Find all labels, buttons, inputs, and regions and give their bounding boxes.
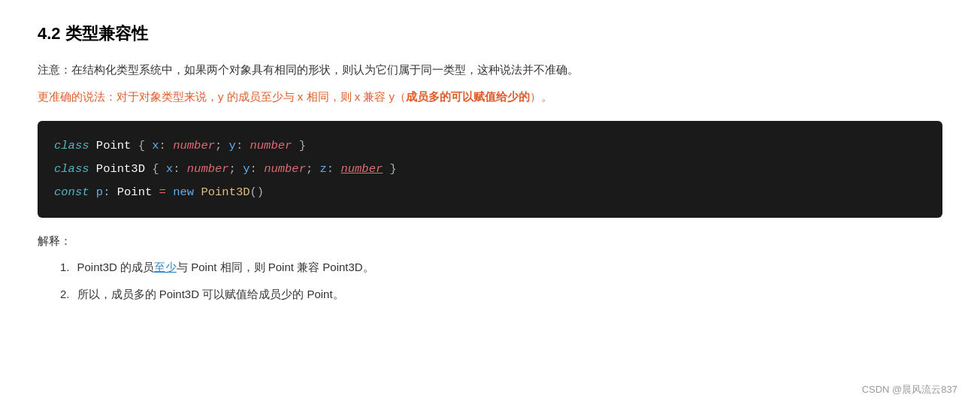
code-line-2: class Point3D { x: number; y: number; z:… [54, 158, 926, 181]
list-item-1: 1. Point3D 的成员至少与 Point 相同，则 Point 兼容 Po… [38, 258, 942, 277]
code-block: class Point { x: number; y: number } cla… [38, 121, 942, 218]
list-number-1: 1. [38, 258, 70, 277]
code-line-3: const p: Point = new Point3D() [54, 181, 926, 204]
accurate-note-prefix: 更准确的说法：对于对象类型来说，y 的成员至少与 x 相同，则 x 兼容 y（ [38, 90, 406, 103]
highlight-text: 更准确的说法：对于对象类型来说，y 的成员至少与 x 相同，则 x 兼容 y（成… [38, 87, 942, 107]
note-text: 注意：在结构化类型系统中，如果两个对象具有相同的形状，则认为它们属于同一类型，这… [38, 60, 942, 80]
list-item-1-after: 与 Point 相同，则 Point 兼容 Point3D。 [177, 261, 374, 273]
code-line-1: class Point { x: number; y: number } [54, 134, 926, 158]
list-item-1-content: Point3D 的成员至少与 Point 相同，则 Point 兼容 Point… [77, 258, 374, 277]
explanation-title: 解释： [38, 234, 942, 249]
explanation-list: 1. Point3D 的成员至少与 Point 相同，则 Point 兼容 Po… [38, 258, 942, 303]
list-item-1-before: Point3D 的成员 [77, 261, 155, 273]
list-item-2-content: 所以，成员多的 Point3D 可以赋值给成员少的 Point。 [77, 285, 344, 304]
accurate-note-suffix: ）。 [530, 90, 552, 103]
accurate-note-bold: 成员多的可以赋值给少的 [406, 90, 530, 103]
list-number-2: 2. [38, 285, 70, 304]
watermark: CSDN @晨风流云837 [862, 383, 957, 396]
list-item-2: 2. 所以，成员多的 Point3D 可以赋值给成员少的 Point。 [38, 285, 942, 304]
list-item-1-link: 至少 [154, 261, 177, 273]
section-title: 4.2 类型兼容性 [38, 23, 942, 45]
